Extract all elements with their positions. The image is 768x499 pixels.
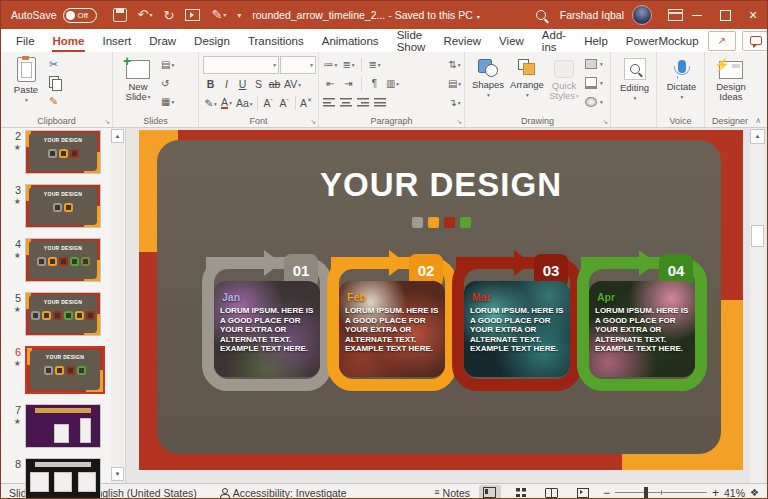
slideshow-view-button[interactable] (572, 485, 594, 499)
fit-to-window-icon[interactable]: ❖ (750, 487, 759, 498)
vertical-scrollbar[interactable]: ▲ (750, 128, 765, 483)
design-ideas-button[interactable]: DesignIdeas (709, 55, 753, 102)
slide-layout-button[interactable]: ▤▾ (161, 59, 174, 70)
animation-star-icon[interactable]: ★ (1, 197, 21, 207)
accessibility-status[interactable]: Accessibility: Investigate (219, 487, 347, 499)
comments-button[interactable] (742, 31, 768, 51)
tab-home[interactable]: Home (44, 29, 94, 52)
tab-insert[interactable]: Insert (93, 29, 140, 52)
zoom-slider[interactable] (615, 486, 707, 499)
increase-indent-button[interactable]: ⇥ (341, 78, 356, 89)
thumbnail-scroll-down-icon[interactable]: ▼ (111, 467, 124, 481)
shrink-font-button[interactable]: Aˇ (277, 97, 292, 109)
share-button[interactable]: ↗ (708, 31, 736, 51)
tab-help[interactable]: Help (575, 29, 617, 52)
highlight-color-button[interactable]: ✎▾ (203, 97, 218, 109)
search-icon[interactable] (536, 10, 546, 20)
slide-sorter-view-button[interactable] (510, 485, 532, 499)
document-title[interactable]: rounded_arrow_timeline_2... - Saved to t… (226, 9, 506, 21)
underline-button[interactable]: U (235, 78, 250, 90)
align-center-button[interactable] (340, 98, 352, 107)
strikethrough-button[interactable]: ab (267, 78, 282, 90)
dialog-launcher-icon[interactable]: ↘ (456, 118, 462, 126)
italic-button[interactable]: I (219, 78, 234, 90)
character-spacing-button[interactable]: AV▾ (283, 78, 302, 90)
notes-button[interactable]: ≡Notes (434, 487, 470, 499)
line-spacing-button[interactable]: ⇅▾ (447, 59, 462, 70)
decrease-indent-button[interactable]: ⇤ (323, 78, 338, 89)
tab-add-ins[interactable]: Add-ins (533, 29, 575, 52)
align-right-button[interactable] (357, 98, 369, 107)
tab-review[interactable]: Review (434, 29, 490, 52)
font-color-button[interactable]: A▾ (219, 96, 234, 109)
shape-effects-button[interactable]: ▾ (585, 97, 603, 107)
bold-button[interactable]: B (203, 78, 218, 90)
shape-outline-button[interactable]: ▾ (585, 77, 603, 89)
animation-star-icon[interactable]: ★ (1, 251, 21, 261)
animation-star-icon[interactable]: ★ (1, 143, 21, 153)
columns-button[interactable]: ▥▾ (385, 78, 400, 89)
tab-animations[interactable]: Animations (313, 29, 388, 52)
new-slide-button[interactable]: NewSlide▾ (117, 55, 159, 113)
save-icon[interactable] (113, 8, 127, 22)
copy-button[interactable] (49, 76, 59, 90)
tab-powermockup[interactable]: PowerMockup (617, 29, 708, 52)
timeline-item-apr[interactable]: 04AprLORUM IPSUM. HERE IS A GOOD PLACE F… (577, 257, 707, 391)
slide-thumbnail-7[interactable] (25, 404, 101, 448)
tab-file[interactable]: File (7, 29, 44, 52)
text-direction-button[interactable]: ¶ (367, 78, 382, 89)
minimize-button[interactable] (683, 1, 711, 29)
tab-design[interactable]: Design (185, 29, 239, 52)
dialog-launcher-icon[interactable]: ↘ (104, 118, 110, 126)
list-level-button[interactable]: ≣▾ (367, 59, 382, 70)
tab-slide-show[interactable]: Slide Show (388, 29, 435, 52)
ink-tools-icon[interactable]: ✎▾ (211, 8, 226, 22)
tab-draw[interactable]: Draw (140, 29, 185, 52)
align-text-button[interactable]: ▤▾ (447, 78, 462, 89)
collapse-ribbon-icon[interactable]: ∧ (755, 116, 761, 125)
undo-icon[interactable]: ↶▾ (138, 8, 153, 22)
maximize-button[interactable] (711, 1, 739, 29)
align-left-button[interactable] (323, 98, 335, 107)
thumbnail-scrollbar[interactable]: ▲ ▼ (111, 128, 124, 483)
section-button[interactable]: ▦▾ (161, 96, 174, 107)
normal-view-button[interactable] (479, 485, 501, 499)
paste-button[interactable]: Paste▾ (5, 55, 47, 113)
thumbnail-scroll-up-icon[interactable]: ▲ (111, 129, 124, 143)
scroll-up-icon[interactable]: ▲ (750, 129, 765, 144)
timeline-item-feb[interactable]: 02FebLORUM IPSUM. HERE IS A GOOD PLACE F… (327, 257, 457, 391)
shapes-button[interactable]: Shapes▾ (469, 55, 507, 113)
timeline-item-jan[interactable]: 01JanLORUM IPSUM. HERE IS A GOOD PLACE F… (202, 257, 332, 391)
autosave-toggle[interactable]: Off (63, 8, 97, 23)
shadow-button[interactable]: S (251, 78, 266, 90)
dialog-launcher-icon[interactable]: ↘ (602, 118, 608, 126)
slide-thumbnail-4[interactable]: YOUR DESIGN (25, 238, 101, 282)
numbering-button[interactable]: ≣▾ (341, 59, 356, 70)
reading-view-button[interactable] (541, 485, 563, 499)
cut-button[interactable]: ✂ (49, 58, 59, 70)
slide-thumbnail-5[interactable]: YOUR DESIGN (25, 292, 101, 336)
tab-transitions[interactable]: Transitions (239, 29, 313, 52)
tab-view[interactable]: View (490, 29, 533, 52)
slide-thumbnail-6[interactable]: YOUR DESIGN (25, 346, 105, 394)
quick-styles-button[interactable]: QuickStyles▾ (547, 55, 581, 113)
font-size-select[interactable]: ▾ (280, 56, 316, 74)
redo-icon[interactable]: ↻ (163, 9, 174, 22)
format-painter-button[interactable]: ✎ (49, 95, 59, 107)
scrollbar-thumb[interactable] (751, 225, 764, 247)
bullets-button[interactable]: ≔▾ (323, 59, 338, 70)
zoom-slider-thumb[interactable] (644, 487, 648, 498)
ribbon-display-options-icon[interactable] (668, 9, 683, 21)
shape-fill-button[interactable]: ▾ (585, 59, 603, 69)
dictate-button[interactable]: Dictate▾ (661, 55, 702, 102)
animation-star-icon[interactable]: ★ (1, 359, 21, 369)
arrange-button[interactable]: Arrange▾ (507, 55, 547, 113)
dialog-launcher-icon[interactable]: ↘ (310, 118, 316, 126)
timeline-item-mar[interactable]: 03MarLORUM IPSUM. HERE IS A GOOD PLACE F… (452, 257, 582, 391)
slide-thumbnail-8[interactable] (25, 458, 101, 499)
change-case-button[interactable]: Aa▾ (235, 97, 254, 109)
close-button[interactable]: ✕ (739, 1, 767, 29)
zoom-level[interactable]: 41% (724, 487, 745, 499)
start-presentation-icon[interactable] (185, 9, 200, 21)
convert-to-smartart-button[interactable]: ↴▾ (447, 97, 462, 108)
